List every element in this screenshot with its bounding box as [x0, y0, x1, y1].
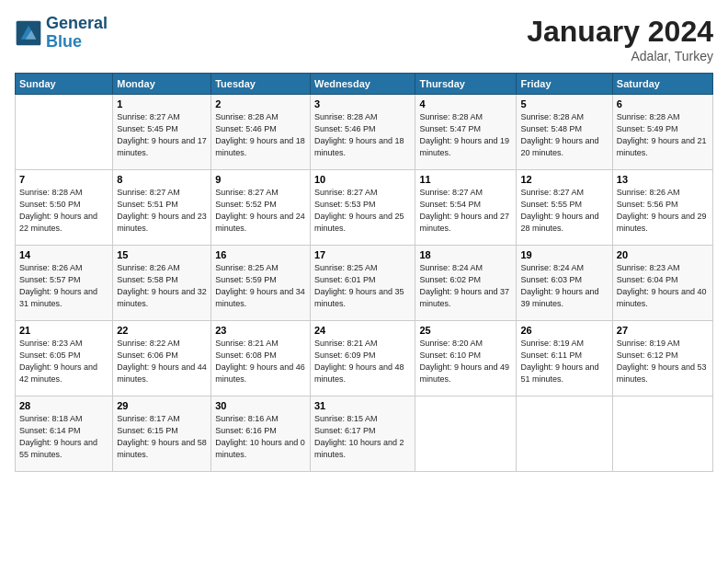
day-number: 15: [117, 249, 207, 260]
day-number: 6: [617, 98, 709, 109]
day-cell: 23 Sunrise: 8:21 AMSunset: 6:08 PMDaylig…: [211, 321, 311, 396]
day-number: 29: [117, 400, 207, 411]
page: General Blue January 2024 Adalar, Turkey…: [0, 0, 728, 563]
day-cell: 17 Sunrise: 8:25 AMSunset: 6:01 PMDaylig…: [310, 246, 415, 321]
day-cell: [415, 396, 517, 472]
header: General Blue January 2024 Adalar, Turkey: [15, 15, 713, 63]
day-info: Sunrise: 8:15 AMSunset: 6:17 PMDaylight:…: [314, 413, 412, 461]
day-number: 11: [419, 174, 512, 185]
col-monday: Monday: [113, 74, 211, 95]
day-info: Sunrise: 8:21 AMSunset: 6:08 PMDaylight:…: [215, 338, 306, 385]
day-info: Sunrise: 8:27 AMSunset: 5:53 PMDaylight:…: [314, 187, 412, 235]
day-cell: 31 Sunrise: 8:15 AMSunset: 6:17 PMDaylig…: [310, 396, 415, 472]
day-number: 9: [215, 174, 306, 185]
calendar-table: Sunday Monday Tuesday Wednesday Thursday…: [15, 73, 713, 472]
day-cell: 19 Sunrise: 8:24 AMSunset: 6:03 PMDaylig…: [517, 246, 612, 321]
day-info: Sunrise: 8:27 AMSunset: 5:54 PMDaylight:…: [419, 187, 512, 235]
day-number: 18: [419, 249, 512, 260]
day-cell: 9 Sunrise: 8:27 AMSunset: 5:52 PMDayligh…: [211, 170, 311, 246]
day-info: Sunrise: 8:28 AMSunset: 5:50 PMDaylight:…: [19, 187, 108, 235]
day-number: 27: [617, 325, 709, 336]
day-number: 23: [215, 325, 306, 336]
day-number: 26: [520, 325, 608, 336]
day-number: 5: [520, 98, 608, 109]
day-info: Sunrise: 8:27 AMSunset: 5:55 PMDaylight:…: [520, 187, 608, 235]
col-wednesday: Wednesday: [310, 74, 415, 95]
day-cell: 14 Sunrise: 8:26 AMSunset: 5:57 PMDaylig…: [16, 246, 113, 321]
day-number: 13: [617, 174, 709, 185]
day-info: Sunrise: 8:24 AMSunset: 6:03 PMDaylight:…: [520, 262, 608, 310]
header-row: Sunday Monday Tuesday Wednesday Thursday…: [16, 74, 713, 95]
day-number: 22: [117, 325, 207, 336]
day-number: 25: [419, 325, 512, 336]
day-number: 24: [314, 325, 412, 336]
day-number: 28: [19, 400, 108, 411]
col-thursday: Thursday: [415, 74, 517, 95]
day-info: Sunrise: 8:28 AMSunset: 5:49 PMDaylight:…: [617, 111, 709, 159]
day-number: 8: [117, 174, 207, 185]
day-cell: [16, 95, 113, 170]
col-friday: Friday: [517, 74, 612, 95]
day-number: 1: [117, 98, 207, 109]
day-number: 3: [314, 98, 412, 109]
day-info: Sunrise: 8:27 AMSunset: 5:45 PMDaylight:…: [117, 111, 207, 159]
logo-text: General Blue: [46, 15, 108, 52]
day-cell: 20 Sunrise: 8:23 AMSunset: 6:04 PMDaylig…: [612, 246, 712, 321]
logo: General Blue: [15, 15, 108, 52]
title-block: January 2024 Adalar, Turkey: [527, 15, 713, 63]
day-info: Sunrise: 8:26 AMSunset: 5:58 PMDaylight:…: [117, 262, 207, 310]
col-saturday: Saturday: [612, 74, 712, 95]
day-info: Sunrise: 8:28 AMSunset: 5:47 PMDaylight:…: [419, 111, 512, 159]
day-cell: 29 Sunrise: 8:17 AMSunset: 6:15 PMDaylig…: [113, 396, 211, 472]
month-title: January 2024: [527, 15, 713, 49]
day-cell: 4 Sunrise: 8:28 AMSunset: 5:47 PMDayligh…: [415, 95, 517, 170]
day-number: 20: [617, 249, 709, 260]
week-row-2: 7 Sunrise: 8:28 AMSunset: 5:50 PMDayligh…: [16, 170, 713, 246]
day-info: Sunrise: 8:20 AMSunset: 6:10 PMDaylight:…: [419, 338, 512, 385]
day-info: Sunrise: 8:25 AMSunset: 6:01 PMDaylight:…: [314, 262, 412, 310]
week-row-1: 1 Sunrise: 8:27 AMSunset: 5:45 PMDayligh…: [16, 95, 713, 170]
day-info: Sunrise: 8:21 AMSunset: 6:09 PMDaylight:…: [314, 338, 412, 385]
day-info: Sunrise: 8:26 AMSunset: 5:56 PMDaylight:…: [617, 187, 709, 235]
day-number: 31: [314, 400, 412, 411]
day-cell: 7 Sunrise: 8:28 AMSunset: 5:50 PMDayligh…: [16, 170, 113, 246]
day-info: Sunrise: 8:19 AMSunset: 6:11 PMDaylight:…: [520, 338, 608, 385]
day-cell: 30 Sunrise: 8:16 AMSunset: 6:16 PMDaylig…: [211, 396, 311, 472]
day-info: Sunrise: 8:28 AMSunset: 5:46 PMDaylight:…: [215, 111, 306, 159]
week-row-3: 14 Sunrise: 8:26 AMSunset: 5:57 PMDaylig…: [16, 246, 713, 321]
day-cell: 5 Sunrise: 8:28 AMSunset: 5:48 PMDayligh…: [517, 95, 612, 170]
day-number: 16: [215, 249, 306, 260]
day-info: Sunrise: 8:23 AMSunset: 6:05 PMDaylight:…: [19, 338, 108, 385]
week-row-4: 21 Sunrise: 8:23 AMSunset: 6:05 PMDaylig…: [16, 321, 713, 396]
day-info: Sunrise: 8:22 AMSunset: 6:06 PMDaylight:…: [117, 338, 207, 385]
day-number: 21: [19, 325, 108, 336]
day-cell: 21 Sunrise: 8:23 AMSunset: 6:05 PMDaylig…: [16, 321, 113, 396]
day-number: 12: [520, 174, 608, 185]
day-info: Sunrise: 8:24 AMSunset: 6:02 PMDaylight:…: [419, 262, 512, 310]
week-row-5: 28 Sunrise: 8:18 AMSunset: 6:14 PMDaylig…: [16, 396, 713, 472]
day-info: Sunrise: 8:27 AMSunset: 5:51 PMDaylight:…: [117, 187, 207, 235]
day-number: 7: [19, 174, 108, 185]
day-info: Sunrise: 8:26 AMSunset: 5:57 PMDaylight:…: [19, 262, 108, 310]
day-cell: 26 Sunrise: 8:19 AMSunset: 6:11 PMDaylig…: [517, 321, 612, 396]
day-cell: 18 Sunrise: 8:24 AMSunset: 6:02 PMDaylig…: [415, 246, 517, 321]
day-number: 10: [314, 174, 412, 185]
day-number: 4: [419, 98, 512, 109]
logo-icon: [15, 19, 42, 47]
day-cell: [612, 396, 712, 472]
logo-line1: General: [46, 15, 108, 33]
day-info: Sunrise: 8:17 AMSunset: 6:15 PMDaylight:…: [117, 413, 207, 461]
day-cell: 12 Sunrise: 8:27 AMSunset: 5:55 PMDaylig…: [517, 170, 612, 246]
day-info: Sunrise: 8:25 AMSunset: 5:59 PMDaylight:…: [215, 262, 306, 310]
day-cell: 8 Sunrise: 8:27 AMSunset: 5:51 PMDayligh…: [113, 170, 211, 246]
day-number: 30: [215, 400, 306, 411]
day-cell: 16 Sunrise: 8:25 AMSunset: 5:59 PMDaylig…: [211, 246, 311, 321]
subtitle: Adalar, Turkey: [527, 49, 713, 63]
day-info: Sunrise: 8:23 AMSunset: 6:04 PMDaylight:…: [617, 262, 709, 310]
day-info: Sunrise: 8:27 AMSunset: 5:52 PMDaylight:…: [215, 187, 306, 235]
day-cell: 24 Sunrise: 8:21 AMSunset: 6:09 PMDaylig…: [310, 321, 415, 396]
day-info: Sunrise: 8:16 AMSunset: 6:16 PMDaylight:…: [215, 413, 306, 461]
col-sunday: Sunday: [16, 74, 113, 95]
day-cell: 10 Sunrise: 8:27 AMSunset: 5:53 PMDaylig…: [310, 170, 415, 246]
col-tuesday: Tuesday: [211, 74, 311, 95]
